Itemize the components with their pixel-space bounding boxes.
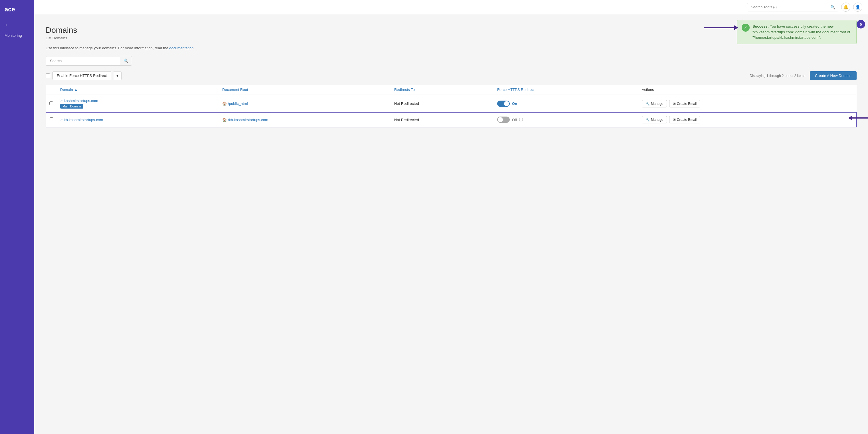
- toolbar-left: Enable Force HTTPS Redirect ▼: [45, 71, 122, 80]
- sidebar-brand: ace: [0, 6, 34, 19]
- wrench-icon: 🔧: [646, 102, 650, 106]
- create-domain-button[interactable]: Create A New Domain: [810, 71, 857, 80]
- row1-domain-cell: ➚ kashmirstartups.com Main Domain: [57, 95, 219, 112]
- wrench-icon2: 🔧: [646, 118, 650, 122]
- topbar-bell-icon[interactable]: 🔔: [841, 3, 850, 12]
- topbar-user-icon[interactable]: 👤: [853, 3, 862, 12]
- row2-domain-name: kb.kashmirstartups.com: [64, 118, 103, 122]
- row1-toggle-slider: [497, 101, 510, 107]
- row2-create-email-button[interactable]: ✉ Create Email: [669, 116, 700, 123]
- row2-domain-link[interactable]: ➚ kb.kashmirstartups.com: [60, 118, 215, 122]
- displaying-text: Displaying 1 through 2 out of 2 items: [750, 74, 805, 78]
- row2-docroot-cell: 🏠 /kb.kashmirstartups.com: [219, 112, 391, 127]
- row1-docroot-link[interactable]: 🏠 /public_html: [222, 101, 388, 106]
- row2-toggle[interactable]: [497, 116, 510, 123]
- domain-sort[interactable]: Domain: [60, 88, 73, 92]
- table-row: ➚ kashmirstartups.com Main Domain 🏠 /pub…: [46, 95, 856, 112]
- actions-col-header: Actions: [639, 85, 856, 95]
- main-domain-badge: Main Domain: [60, 104, 83, 108]
- manage-label: Manage: [651, 102, 663, 106]
- row1-domain-name: kashmirstartups.com: [64, 99, 98, 103]
- search-tools-search-button[interactable]: 🔍: [828, 3, 838, 11]
- page-subtitle: List Domains: [45, 36, 857, 40]
- create-email-label2: Create Email: [677, 118, 696, 122]
- row1-toggle[interactable]: [497, 101, 510, 107]
- manage-label2: Manage: [651, 118, 663, 122]
- row2-domain-cell: ➚ kb.kashmirstartups.com: [57, 112, 219, 127]
- row2-actions-cell: 🔧 Manage ✉ Create Email: [639, 112, 856, 127]
- table-header: Domain ▲ Document Root Redirects To Forc…: [46, 85, 856, 95]
- toolbar-row: Enable Force HTTPS Redirect ▼ Displaying…: [45, 71, 857, 80]
- force-https-col-header[interactable]: Force HTTPS Redirect: [494, 85, 639, 95]
- sidebar: ace n Monitoring: [0, 0, 34, 434]
- page-content: ✓ Success: You have successfully created…: [34, 14, 868, 434]
- row2-docroot-link[interactable]: 🏠 /kb.kashmirstartups.com: [222, 118, 388, 122]
- row2-redirects-cell: Not Redirected: [391, 112, 494, 127]
- search-row: 🔍: [45, 56, 857, 66]
- create-email-label: Create Email: [677, 102, 696, 106]
- enable-https-button[interactable]: Enable Force HTTPS Redirect: [53, 71, 111, 80]
- domain-col-header[interactable]: Domain ▲: [57, 85, 219, 95]
- domains-table: Domain ▲ Document Root Redirects To Forc…: [45, 85, 857, 127]
- row2-docroot: /kb.kashmirstartups.com: [228, 118, 268, 122]
- row1-actions-cell: 🔧 Manage ✉ Create Email: [639, 95, 856, 112]
- row1-domain-link[interactable]: ➚ kashmirstartups.com: [60, 99, 215, 103]
- search-tools-input[interactable]: [747, 3, 828, 11]
- row2-toggle-slider: [497, 116, 510, 123]
- table-row: ➚ kb.kashmirstartups.com 🏠 /kb.kashmirst…: [46, 112, 856, 127]
- row2-toggle-container: Off ⓘ: [497, 116, 635, 123]
- arrow-to-success: [704, 27, 735, 28]
- row1-force-https-cell: On: [494, 95, 639, 112]
- email-icon: ✉: [673, 102, 676, 106]
- docroot-col-header[interactable]: Document Root: [219, 85, 391, 95]
- topbar: 🔍 🔔 👤: [34, 0, 868, 14]
- success-banner: ✓ Success: You have successfully created…: [737, 20, 857, 44]
- table-body: ➚ kashmirstartups.com Main Domain 🏠 /pub…: [46, 95, 856, 127]
- row2-checkbox[interactable]: [50, 118, 53, 121]
- email-icon2: ✉: [673, 118, 676, 122]
- row1-toggle-label: On: [512, 101, 517, 106]
- redirects-col-header[interactable]: Redirects To: [391, 85, 494, 95]
- row2-force-https-cell: Off ⓘ: [494, 112, 639, 127]
- row2-checkbox-cell: [46, 112, 57, 127]
- table-wrapper: Domain ▲ Document Root Redirects To Forc…: [45, 85, 857, 127]
- sort-asc-icon: ▲: [74, 88, 78, 92]
- documentation-link[interactable]: documentation: [169, 46, 194, 50]
- success-icon: ✓: [742, 24, 750, 32]
- notification-badge[interactable]: 5: [857, 20, 865, 29]
- sidebar-item-n[interactable]: n: [0, 19, 34, 30]
- row2-toggle-label: Off: [512, 118, 517, 122]
- select-all-checkbox[interactable]: [45, 73, 50, 78]
- description-suffix: .: [194, 46, 195, 50]
- external-link-icon: ➚: [60, 99, 63, 103]
- row1-docroot-cell: 🏠 /public_html: [219, 95, 391, 112]
- row1-redirects-cell: Not Redirected: [391, 95, 494, 112]
- home-icon: 🏠: [222, 101, 227, 106]
- enable-https-dropdown[interactable]: ▼: [114, 71, 122, 80]
- main-wrapper: 🔍 🔔 👤 ✓ Success: You have successfully c…: [34, 0, 868, 434]
- arrow-to-row2: [851, 118, 868, 119]
- search-input[interactable]: [45, 56, 120, 66]
- header-row: Domain ▲ Document Root Redirects To Forc…: [46, 85, 856, 95]
- checkbox-col-header: [46, 85, 57, 95]
- page-description: Use this interface to manage your domain…: [45, 46, 857, 50]
- row1-toggle-container: On: [497, 101, 635, 107]
- search-tools-wrapper: 🔍: [747, 3, 838, 11]
- success-text: Success: You have successfully created t…: [752, 24, 852, 40]
- row1-checkbox[interactable]: [49, 101, 53, 105]
- row2-manage-button[interactable]: 🔧 Manage: [642, 116, 667, 123]
- row1-create-email-button[interactable]: ✉ Create Email: [669, 100, 700, 107]
- external-link-icon2: ➚: [60, 118, 63, 122]
- row1-docroot: /public_html: [228, 101, 248, 106]
- sidebar-item-monitoring[interactable]: Monitoring: [0, 30, 34, 41]
- info-icon[interactable]: ⓘ: [519, 117, 523, 122]
- search-button[interactable]: 🔍: [120, 56, 132, 66]
- row1-manage-button[interactable]: 🔧 Manage: [642, 100, 667, 107]
- home-icon2: 🏠: [222, 118, 227, 122]
- description-prefix: Use this interface to manage your domain…: [45, 46, 169, 50]
- row1-checkbox-cell: [46, 95, 57, 112]
- success-title: Success:: [752, 24, 769, 29]
